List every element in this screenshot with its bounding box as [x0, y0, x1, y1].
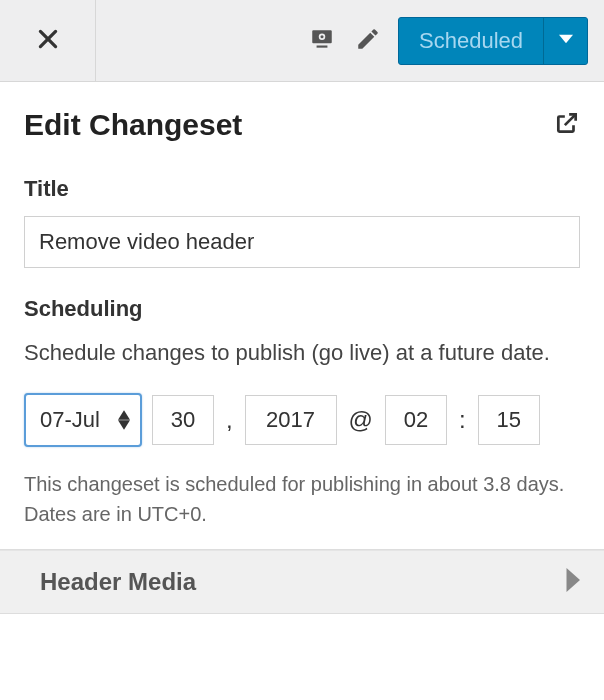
close-button[interactable] [0, 0, 96, 81]
scheduling-description: Schedule changes to publish (go live) at… [24, 336, 580, 369]
svg-point-4 [320, 35, 323, 38]
status-label: Scheduled [399, 18, 543, 64]
page-title: Edit Changeset [24, 108, 242, 142]
preview-icon [309, 26, 335, 56]
sections: Header Media [0, 549, 604, 614]
status-dropdown-toggle[interactable] [543, 18, 587, 64]
preview-button[interactable] [306, 25, 338, 57]
year-input[interactable] [245, 395, 337, 445]
title-field-label: Title [24, 176, 580, 202]
chevron-down-icon [559, 32, 573, 50]
schedule-hint: This changeset is scheduled for publishi… [24, 469, 580, 529]
at-separator: @ [347, 406, 375, 434]
colon-separator: : [457, 406, 468, 434]
topbar: Scheduled [0, 0, 604, 82]
svg-rect-5 [317, 45, 328, 47]
schedule-date-row: 07-Jul , @ : [24, 393, 580, 447]
title-input[interactable] [24, 216, 580, 268]
status-button[interactable]: Scheduled [398, 17, 588, 65]
external-link-icon [554, 122, 580, 139]
close-icon [35, 26, 61, 56]
section-header-media[interactable]: Header Media [0, 550, 604, 614]
stepper-icon [118, 410, 130, 430]
svg-marker-7 [118, 410, 130, 420]
edit-changeset-panel: Edit Changeset Title Scheduling Schedule… [0, 82, 604, 549]
svg-marker-8 [118, 420, 130, 430]
svg-marker-6 [559, 34, 573, 42]
scheduling-label: Scheduling [24, 296, 580, 322]
month-select[interactable]: 07-Jul [24, 393, 142, 447]
edit-button[interactable] [352, 25, 384, 57]
svg-marker-9 [567, 568, 581, 592]
section-label: Header Media [40, 568, 196, 596]
comma-separator: , [224, 406, 235, 434]
pencil-icon [355, 26, 381, 56]
chevron-right-icon [566, 568, 582, 596]
topbar-actions: Scheduled [306, 17, 604, 65]
day-input[interactable] [152, 395, 214, 445]
minute-input[interactable] [478, 395, 540, 445]
panel-header: Edit Changeset [24, 108, 580, 142]
month-value: 07-Jul [40, 407, 100, 433]
hour-input[interactable] [385, 395, 447, 445]
open-external-button[interactable] [554, 110, 580, 140]
